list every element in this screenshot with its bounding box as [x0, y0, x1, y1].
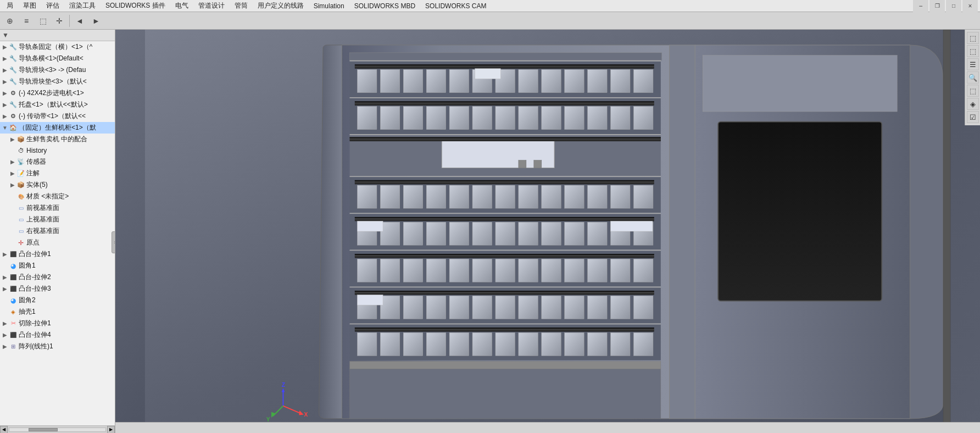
expand-icon[interactable]: ▶ — [1, 113, 9, 120]
rt-btn-5[interactable]: ⬚ — [967, 85, 979, 97]
rt-btn-1[interactable]: ⬚ — [967, 32, 979, 44]
scroll-thumb[interactable] — [29, 428, 58, 431]
toolbar-btn-crosshair[interactable]: ✛ — [52, 14, 67, 28]
menu-guantong[interactable]: 管筒 — [230, 0, 252, 12]
window-restore[interactable]: ❐ — [929, 0, 945, 13]
rt-btn-3[interactable]: ☰ — [967, 58, 979, 70]
menu-sw-cam[interactable]: SOLIDWORKS CAM — [421, 1, 491, 11]
window-minimize[interactable]: − — [913, 0, 928, 13]
tree-item-guide-pad[interactable]: ▶ 🔧 导轨滑块垫<3>（默认< — [0, 76, 115, 87]
svg-rect-110 — [426, 296, 446, 319]
panel-collapse-handle[interactable]: › — [112, 231, 115, 253]
tree-item-history[interactable]: ⏱ History — [0, 145, 115, 156]
scroll-left-arrow[interactable]: ◀ — [0, 426, 8, 434]
expand-icon[interactable]: ▶ — [9, 136, 16, 143]
menu-ju[interactable]: 局 — [2, 0, 18, 12]
item-label: 导轨条横<1>(Default< — [19, 54, 83, 63]
menu-simulation[interactable]: Simulation — [309, 1, 349, 11]
tree-item-stepper-motor[interactable]: ▶ ⚙ (-) 42X42步进电机<1> — [0, 87, 115, 99]
rt-btn-2[interactable]: ⬚ — [967, 45, 979, 57]
expand-icon[interactable]: ▶ — [9, 158, 16, 166]
rt-btn-6[interactable]: ◈ — [967, 98, 979, 110]
tree-item-guide-rail-fix[interactable]: ▶ 🔧 导轨条固定（横）<1>（^ — [0, 41, 115, 53]
tree-item-material[interactable]: 🎨 材质 <未指定> — [0, 191, 115, 202]
feature-tree: ▶ 🔧 导轨条固定（横）<1>（^ ▶ 🔧 导轨条横<1>(Default< ▶… — [0, 41, 115, 425]
expand-icon[interactable]: ▶ — [9, 181, 16, 189]
toolbar-btn-prev[interactable]: ◄ — [72, 14, 87, 28]
tree-item-sensor[interactable]: ▶ 📡 传感器 — [0, 156, 115, 168]
expand-icon[interactable]: ▶ — [1, 101, 9, 109]
menu-xuanran[interactable]: 渲染工具 — [65, 0, 100, 12]
expand-icon[interactable]: ▶ — [1, 251, 9, 258]
expand-icon[interactable]: ▶ — [1, 285, 9, 293]
tree-item-tray[interactable]: ▶ 🔧 托盘<1>（默认<<默认> — [0, 99, 115, 110]
svg-rect-104 — [350, 287, 661, 288]
item-icon: ⬛ — [9, 273, 18, 282]
svg-rect-15 — [565, 70, 584, 93]
menu-guandao[interactable]: 管道设计 — [194, 0, 229, 12]
tree-item-vending-cabinet[interactable]: ▼ 🏠 （固定）生鲜机柜<1>（默 — [0, 122, 115, 134]
menu-caotu[interactable]: 草图 — [19, 0, 41, 12]
svg-rect-47 — [350, 139, 661, 140]
tree-item-extrude1[interactable]: ▶ ⬛ 凸台-拉伸1 — [0, 248, 115, 260]
tree-item-pattern-linear[interactable]: ▶ ⊞ 阵列(线性)1 — [0, 341, 115, 352]
scroll-right-arrow[interactable]: ▶ — [107, 426, 115, 434]
toolbar-btn-box[interactable]: ⬚ — [35, 14, 51, 28]
tree-item-right-plane[interactable]: ▭ 右视基准面 — [0, 225, 115, 237]
tree-item-extrude3[interactable]: ▶ ⬛ 凸台-拉伸3 — [0, 283, 115, 295]
statusbar — [115, 422, 980, 433]
expand-icon[interactable]: ▶ — [1, 78, 9, 86]
tree-item-extrude4[interactable]: ▶ ⬛ 凸台-拉伸4 — [0, 329, 115, 341]
tree-item-extrude2[interactable]: ▶ ⬛ 凸台-拉伸2 — [0, 271, 115, 283]
item-icon: 📦 — [16, 181, 25, 190]
item-icon: ⚙ — [9, 112, 18, 121]
menu-sw-mbd[interactable]: SOLIDWORKS MBD — [350, 1, 420, 11]
menu-dianqi[interactable]: 电气 — [171, 0, 193, 12]
origin-icon: ✛ — [16, 238, 25, 247]
scroll-track[interactable] — [9, 428, 106, 432]
3d-viewport[interactable]: Z X Y ⬚ ⬚ ☰ 🔍 ⬚ ◈ ☑ — [115, 30, 980, 433]
svg-rect-98 — [565, 259, 584, 282]
tree-scrollbar[interactable]: ◀ ▶ — [0, 425, 115, 433]
expand-icon[interactable]: ▶ — [1, 343, 9, 351]
svg-rect-35 — [588, 107, 607, 130]
tree-item-origin[interactable]: ✛ 原点 — [0, 237, 115, 248]
expand-icon[interactable]: ▶ — [1, 274, 9, 281]
tree-item-top-plane[interactable]: ▭ 上视基准面 — [0, 214, 115, 225]
rt-btn-7[interactable]: ☑ — [967, 111, 979, 123]
menu-custom-route[interactable]: 用户定义的线路 — [253, 0, 308, 12]
svg-rect-21 — [475, 69, 501, 79]
svg-rect-65 — [355, 182, 654, 184]
svg-rect-129 — [426, 332, 446, 356]
toolbar-btn-home[interactable]: ⊕ — [2, 14, 18, 28]
expand-icon[interactable]: ▶ — [9, 170, 16, 177]
tree-item-fillet1[interactable]: ◕ 圆角1 — [0, 260, 115, 271]
tree-item-fillet2[interactable]: ◕ 圆角2 — [0, 295, 115, 306]
tree-item-cut-extrude[interactable]: ▶ ✂ 切除-拉伸1 — [0, 318, 115, 329]
rt-btn-search[interactable]: 🔍 — [967, 71, 979, 84]
menu-pinggu[interactable]: 评估 — [42, 0, 64, 12]
tree-item-conveyor[interactable]: ▶ ⚙ (-) 传动带<1>（默认<< — [0, 110, 115, 122]
tree-item-assembly-mates[interactable]: ▶ 📦 生鲜售卖机 中的配合 — [0, 134, 115, 145]
expand-icon[interactable]: ▶ — [1, 43, 9, 51]
expand-icon[interactable]: ▶ — [1, 55, 9, 63]
toolbar-btn-next[interactable]: ► — [88, 14, 104, 28]
tree-item-annotation[interactable]: ▶ 📝 注解 — [0, 168, 115, 179]
item-label: 原点 — [26, 238, 40, 247]
tree-item-guide-rail-h[interactable]: ▶ 🔧 导轨条横<1>(Default< — [0, 53, 115, 64]
tree-item-front-plane[interactable]: ▭ 前视基准面 — [0, 202, 115, 214]
expand-icon[interactable]: ▶ — [1, 66, 9, 74]
tree-item-guide-slider[interactable]: ▶ 🔧 导轨滑块<3> -> (Defau — [0, 64, 115, 76]
expand-icon[interactable]: ▶ — [1, 331, 9, 339]
tree-item-solid-bodies[interactable]: ▶ 📦 实体(5) — [0, 179, 115, 191]
window-maximize[interactable]: □ — [946, 0, 961, 13]
expand-icon[interactable]: ▼ — [1, 124, 9, 132]
expand-icon[interactable]: ▶ — [1, 90, 9, 97]
toolbar-btn-list[interactable]: ≡ — [19, 14, 34, 28]
window-close[interactable]: × — [962, 0, 978, 13]
tree-item-shell[interactable]: ◈ 抽壳1 — [0, 306, 115, 318]
svg-rect-46 — [350, 137, 661, 138]
menu-sw-plugin[interactable]: SOLIDWORKS 插件 — [101, 0, 170, 12]
svg-rect-132 — [495, 332, 515, 356]
expand-icon[interactable]: ▶ — [1, 320, 9, 327]
